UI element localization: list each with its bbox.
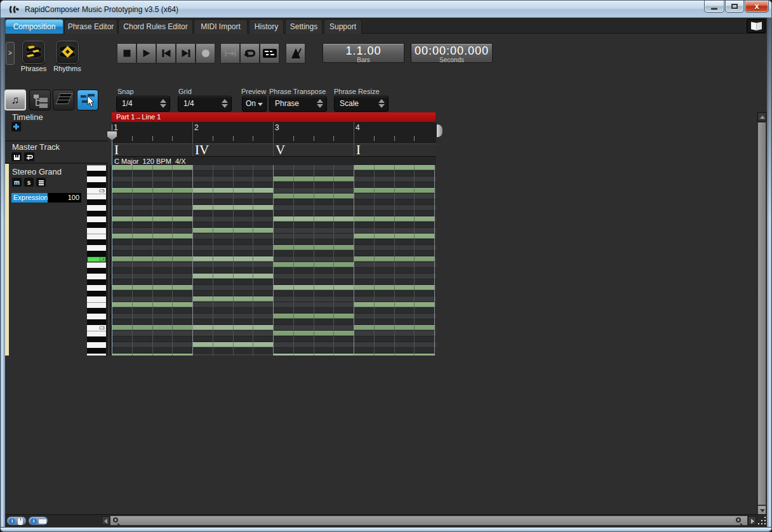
panel-separator2 (5, 163, 108, 164)
note-beat-divider (172, 165, 173, 170)
key-label: C5 (99, 188, 105, 194)
piano-key-black[interactable] (87, 279, 106, 285)
expression-label[interactable]: Expression (11, 193, 48, 203)
metronome-button[interactable] (286, 43, 305, 63)
piano-key-black[interactable] (87, 199, 106, 205)
note-mode-button[interactable]: ♫ (4, 90, 26, 110)
resize-spinner-icon[interactable] (378, 99, 385, 108)
solo-button[interactable]: s (23, 177, 34, 187)
piano-keyboard[interactable]: C5C4C3 (87, 165, 106, 356)
piano-key-black[interactable] (87, 336, 106, 342)
transpose-spinner-icon[interactable] (317, 99, 323, 108)
record-button[interactable] (196, 43, 215, 63)
timeline-ruler[interactable]: 1234 (112, 122, 436, 143)
resize-grip[interactable] (757, 515, 767, 526)
add-timeline-button[interactable] (11, 121, 22, 132)
draw-mode-button[interactable] (77, 90, 98, 110)
piano-key-black[interactable] (87, 222, 106, 228)
manual-button[interactable] (747, 19, 766, 33)
phrases-button[interactable] (22, 41, 45, 64)
scroll-right-button[interactable] (748, 516, 756, 525)
notes-icon: ♫ (11, 94, 20, 107)
tree-view-button[interactable] (29, 90, 51, 110)
piano-key-black[interactable] (87, 211, 106, 216)
measure-line (273, 165, 274, 356)
tab-chord-rules-editor[interactable]: Chord Rules Editor (118, 19, 193, 34)
collapse-panel-button[interactable]: > (6, 42, 15, 65)
chord-row[interactable]: IIVVI (112, 143, 436, 156)
snap-spinner-icon[interactable] (160, 99, 166, 108)
piano-key-black[interactable] (87, 251, 106, 256)
tab-phrase-editor[interactable]: Phrase Editor (64, 19, 117, 34)
go-to-start-button[interactable] (156, 43, 176, 63)
grid-spinner-icon[interactable] (222, 99, 228, 108)
note-beat-divider (172, 216, 173, 222)
bars-display[interactable]: 1.1.00 Bars (323, 43, 404, 63)
piano-key-black[interactable] (87, 268, 106, 274)
mute-button[interactable]: m (11, 177, 22, 187)
note-beat-divider (333, 245, 334, 250)
track-name[interactable]: Stereo Grand (12, 167, 62, 176)
seconds-display[interactable]: 00:00:00.000 Seconds (411, 43, 493, 63)
mouse-info-button[interactable]: i (6, 516, 27, 526)
note-beat-divider (414, 325, 415, 330)
title-bar[interactable]: RapidComposer Music Prototyping v3.5 (x6… (0, 0, 772, 18)
ruler-beat-tick (213, 136, 213, 141)
scroll-down-button[interactable] (757, 505, 766, 515)
piano-roll[interactable] (112, 165, 436, 356)
note-beat-divider (374, 188, 375, 193)
note-beat-divider (213, 188, 213, 193)
piano-key-black[interactable] (87, 319, 106, 325)
piano-key-black[interactable] (87, 348, 106, 354)
rhythms-button[interactable] (56, 41, 79, 64)
note-beat-divider (293, 354, 294, 356)
note-beat-divider (333, 262, 334, 267)
tab-midi-import[interactable]: MIDI Import (194, 19, 248, 34)
master-piano-button[interactable] (11, 152, 22, 162)
loop-button[interactable] (240, 43, 260, 63)
piano-key-black[interactable] (87, 182, 106, 188)
piano-key-black[interactable] (87, 291, 106, 296)
play-button[interactable] (136, 43, 156, 63)
maximize-button[interactable] (725, 1, 744, 13)
note-beat-divider (394, 188, 395, 193)
close-button[interactable]: x (745, 1, 769, 13)
preview-dropdown[interactable]: On (242, 96, 267, 112)
go-to-end-button[interactable] (176, 43, 196, 63)
tab-settings[interactable]: Settings (285, 19, 323, 34)
piano-key-black[interactable] (87, 239, 106, 245)
piano-key-black[interactable] (87, 308, 106, 314)
note-beat-divider (253, 228, 253, 233)
roll-row (112, 251, 436, 256)
vertical-scroll-thumb[interactable] (757, 122, 766, 505)
skip-start-icon (162, 50, 170, 57)
ruler-measure-line (273, 122, 274, 143)
layers-view-button[interactable] (53, 90, 74, 110)
roll-row (112, 222, 436, 228)
scroll-left-button[interactable] (102, 516, 110, 525)
piano-key-black[interactable] (87, 171, 106, 176)
tab-composition[interactable]: Composition (5, 19, 63, 34)
phrase-resize-dropdown[interactable]: Scale (334, 96, 389, 112)
ruler-measure-number: 4 (356, 123, 360, 132)
note-beat-divider (253, 342, 253, 347)
part-bar[interactable]: Part 1→Line 1 (112, 112, 436, 122)
keyboard-info-button[interactable]: i (28, 516, 48, 526)
layers-icon (56, 93, 72, 107)
phrases-label: Phrases (17, 65, 50, 72)
snap-dropdown[interactable]: 1/4 (116, 96, 170, 112)
scroll-up-button[interactable] (757, 112, 766, 121)
stop-button[interactable] (117, 43, 136, 63)
expression-value[interactable]: 100 (48, 193, 81, 203)
grid-dropdown[interactable]: 1/4 (178, 96, 232, 112)
note-beat-divider (314, 216, 314, 222)
pattern-button[interactable] (260, 43, 279, 63)
phrase-transpose-dropdown[interactable]: Phrase (269, 96, 327, 112)
master-loop-button[interactable] (23, 152, 35, 162)
tab-history[interactable]: History (249, 19, 284, 34)
minimize-button[interactable] (704, 1, 724, 13)
loop-range-button[interactable] (220, 43, 240, 63)
tab-support[interactable]: Support (324, 19, 362, 34)
horizontal-scroll-thumb[interactable] (110, 515, 748, 526)
track-menu-button[interactable] (36, 177, 46, 187)
